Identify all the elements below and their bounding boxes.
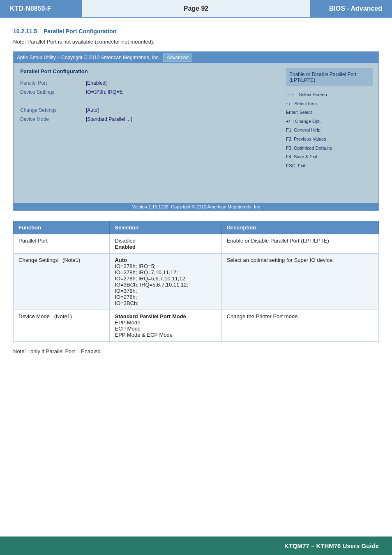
table-row: Change Settings (Note1) Auto IO=378h; IR…: [14, 254, 379, 310]
bios-label-device-mode: Device Mode: [20, 116, 86, 122]
bios-nav-change-opt: +/- : Change Opt.: [286, 118, 373, 125]
bios-row-change-settings: Change Settings [Auto]: [20, 107, 273, 113]
bios-left-panel: Parallel Port Configuration Parallel Por…: [14, 63, 280, 203]
cell-desc-change-settings: Select an optimal setting for Super IO d…: [221, 254, 378, 310]
page-header: KTD-N0850-F Page 92 BIOS - Advanced: [0, 0, 392, 18]
bios-header-bar: Aptio Setup Utility – Copyright © 2012 A…: [14, 52, 378, 63]
bios-nav-f3: F3: Optimized Defaults: [286, 145, 373, 152]
section-note: Note: Parallel Port is not available (co…: [13, 39, 379, 45]
bios-nav-f1: F1: General Help: [286, 127, 373, 134]
bios-right-panel: Enable or Disable Parallel Port (LPT/LPT…: [280, 63, 378, 203]
cell-function-change-settings: Change Settings (Note1): [14, 254, 110, 310]
cell-function-device-mode: Device Mode (Note1): [14, 310, 110, 342]
bios-row-parallel-port: Parallel Port [Enabled]: [20, 80, 273, 86]
table-row: Parallel Port Disabled Enabled Enable or…: [14, 234, 379, 254]
bios-row-device-mode: Device Mode [Standard Parallel ...]: [20, 116, 273, 122]
bios-nav-select-screen: →← : Select Screen: [286, 91, 373, 99]
section-title: 10.2.11.5 Parallel Port Configuration: [13, 28, 379, 35]
bios-config-title: Parallel Port Configuration: [20, 68, 273, 74]
bios-row-spacer: [20, 98, 273, 104]
bios-body: Parallel Port Configuration Parallel Por…: [14, 63, 378, 203]
advanced-tab: Advanced: [163, 53, 192, 62]
bios-label-device-settings: Device Settings: [20, 89, 86, 95]
main-content: 10.2.11.5 Parallel Port Configuration No…: [0, 18, 392, 371]
bios-label-change-settings: Change Settings: [20, 107, 86, 113]
settings-table: Function Selection Description Parallel …: [13, 221, 379, 342]
bios-nav-esc: ESC: Exit: [286, 162, 373, 170]
header-center: Page 92: [82, 0, 310, 17]
bios-nav-f4: F4: Save & Exit: [286, 153, 373, 161]
header-right: BIOS - Advanced: [310, 0, 392, 17]
col-header-function: Function: [14, 221, 110, 234]
bios-value-device-settings: IO=378h; IRQ=5;: [86, 89, 123, 95]
bios-help-text: Enable or Disable Parallel Port (LPT/LPT…: [286, 68, 373, 86]
cell-selection-parallel-port: Disabled Enabled: [110, 234, 221, 254]
bios-label-parallel-port: Parallel Port: [20, 80, 86, 86]
bios-row-device-settings: Device Settings IO=378h; IRQ=5;: [20, 89, 273, 95]
col-header-selection: Selection: [110, 221, 221, 234]
bios-setup-box: Aptio Setup Utility – Copyright © 2012 A…: [13, 51, 379, 211]
bios-footer: Version 2.15.1226. Copyright © 2012 Amer…: [14, 203, 378, 210]
footer-note: Note1: only if Parallel Port = Enabled.: [13, 348, 379, 354]
col-header-description: Description: [221, 221, 378, 234]
cell-function-parallel-port: Parallel Port: [14, 234, 110, 254]
bios-nav-f2: F2: Previous Values: [286, 136, 373, 143]
cell-selection-change-settings: Auto IO=378h; IRQ=5; IO=378h; IRQ=7,10,1…: [110, 254, 221, 310]
bios-nav-enter: Enter: Select: [286, 109, 373, 116]
cell-desc-parallel-port: Enable or Disable Parallel Port (LPT/LPT…: [221, 234, 378, 254]
bios-nav-select-item: ↑↓ : Select Item: [286, 100, 373, 108]
cell-selection-device-mode: Standard Parsllel Port Mode EPP Mode ECP…: [110, 310, 221, 342]
cell-desc-device-mode: Change the Printer Port mode.: [221, 310, 378, 342]
table-row: Device Mode (Note1) Standard Parsllel Po…: [14, 310, 379, 342]
bios-value-device-mode: [Standard Parallel ...]: [86, 116, 132, 122]
header-left: KTD-N0850-F: [0, 0, 82, 17]
bottom-bar: KTQM77 – KTHM76 Users Guide: [0, 536, 392, 555]
bios-value-change-settings: [Auto]: [86, 107, 99, 113]
bios-value-parallel-port: [Enabled]: [86, 80, 107, 86]
